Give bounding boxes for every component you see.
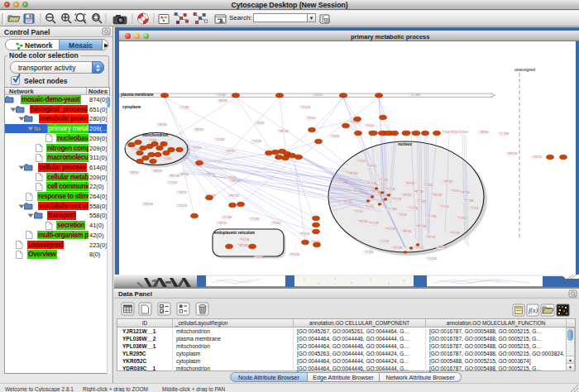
svg-text:YHR174W: YHR174W — [416, 225, 427, 228]
svg-text:YJL052W: YJL052W — [428, 257, 438, 261]
svg-text:YMR303C: YMR303C — [179, 173, 189, 176]
svg-text:YDL168W: YDL168W — [464, 199, 474, 203]
svg-text:YGR192C: YGR192C — [313, 93, 323, 97]
svg-text:YDL168W: YDL168W — [223, 216, 232, 219]
svg-text:YLR044C: YLR044C — [307, 117, 316, 120]
svg-text:YGR192C: YGR192C — [206, 173, 216, 176]
svg-text:YOL086C: YOL086C — [180, 106, 190, 109]
svg-text:mitochondrion: mitochondrion — [142, 133, 169, 137]
svg-text:YMR303C: YMR303C — [402, 194, 412, 197]
svg-text:YMR303C: YMR303C — [480, 131, 490, 134]
svg-text:YKL060C: YKL060C — [470, 207, 479, 210]
svg-text:YMR303C: YMR303C — [153, 170, 163, 173]
svg-text:YPL061W: YPL061W — [385, 227, 395, 231]
svg-text:YLR044C: YLR044C — [227, 176, 237, 179]
svg-text:YGR254W: YGR254W — [460, 191, 471, 194]
svg-text:YPL061W: YPL061W — [392, 198, 402, 201]
svg-text:YMR303C: YMR303C — [130, 171, 140, 174]
svg-text:YLR044C: YLR044C — [331, 135, 340, 138]
svg-text:YGR254W: YGR254W — [371, 190, 381, 194]
svg-text:YPL061W: YPL061W — [240, 238, 250, 241]
svg-text:YHR174W: YHR174W — [414, 190, 424, 194]
svg-text:YDL168W: YDL168W — [410, 93, 420, 97]
svg-text:YHR174W: YHR174W — [507, 152, 518, 155]
svg-text:YKL060C: YKL060C — [440, 205, 449, 208]
svg-text:YOL086C: YOL086C — [417, 200, 427, 203]
svg-text:YPL061W: YPL061W — [369, 222, 379, 225]
svg-text:YGR254W: YGR254W — [392, 246, 403, 250]
svg-text:YDL168W: YDL168W — [256, 256, 266, 259]
svg-text:YMR303C: YMR303C — [402, 230, 412, 233]
svg-text:YLR044C: YLR044C — [357, 160, 366, 163]
svg-text:YMR303C: YMR303C — [218, 99, 228, 103]
svg-text:YKL060C: YKL060C — [457, 217, 467, 220]
svg-text:YKL060C: YKL060C — [272, 222, 281, 225]
svg-text:YMR303C: YMR303C — [443, 180, 453, 184]
svg-text:YPL061W: YPL061W — [300, 232, 310, 236]
svg-text:YLR044C: YLR044C — [398, 213, 407, 217]
svg-text:YMR303C: YMR303C — [348, 172, 358, 175]
svg-text:YGR254W: YGR254W — [143, 203, 154, 206]
svg-text:YKL060C: YKL060C — [193, 146, 202, 150]
svg-text:YMR303C: YMR303C — [405, 182, 415, 185]
svg-text:YOL086C: YOL086C — [423, 184, 433, 187]
svg-text:YGR192C: YGR192C — [178, 191, 188, 194]
svg-text:YJL052W: YJL052W — [178, 204, 188, 208]
svg-text:YMR303C: YMR303C — [342, 200, 352, 203]
svg-text:YGR254W: YGR254W — [237, 244, 248, 247]
svg-text:YKL060C: YKL060C — [163, 157, 172, 160]
svg-text:YMR303C: YMR303C — [158, 123, 168, 127]
svg-text:YLR044C: YLR044C — [256, 122, 265, 125]
svg-text:YOL086C: YOL086C — [379, 179, 389, 182]
svg-text:YGR192C: YGR192C — [226, 150, 236, 153]
svg-text:YLR044C: YLR044C — [352, 189, 361, 193]
svg-text:cytoplasm: cytoplasm — [122, 105, 141, 109]
svg-text:YJL052W: YJL052W — [459, 131, 469, 134]
svg-text:YPL061W: YPL061W — [385, 188, 395, 191]
svg-text:YGR254W: YGR254W — [432, 194, 443, 197]
svg-text:YGR192C: YGR192C — [414, 246, 424, 250]
svg-text:YKL060C: YKL060C — [366, 124, 375, 127]
svg-text:YDL168W: YDL168W — [337, 181, 347, 184]
svg-text:YGR192C: YGR192C — [367, 165, 377, 168]
svg-text:YJL052W: YJL052W — [168, 181, 178, 184]
svg-text:nucleus: nucleus — [398, 142, 413, 146]
svg-text:f(x): f(x) — [529, 307, 538, 314]
svg-text:plasma membrane: plasma membrane — [121, 93, 154, 97]
svg-text:YMR303C: YMR303C — [194, 128, 204, 131]
svg-text:YMR303C: YMR303C — [438, 246, 447, 249]
svg-text:YLR044C: YLR044C — [354, 210, 363, 213]
svg-text:YDL168W: YDL168W — [500, 132, 510, 136]
svg-text:YHR174W: YHR174W — [279, 130, 290, 133]
svg-text:YOL086C: YOL086C — [216, 138, 226, 141]
svg-text:YPL061W: YPL061W — [301, 106, 311, 109]
svg-text:YHR174W: YHR174W — [229, 194, 240, 198]
svg-text:YJL052W: YJL052W — [252, 140, 262, 143]
svg-text:YDL168W: YDL168W — [427, 215, 437, 218]
svg-text:YJL052W: YJL052W — [380, 240, 390, 243]
svg-text:YMR303C: YMR303C — [231, 179, 241, 183]
svg-text:YDL168W: YDL168W — [387, 208, 397, 211]
svg-text:YPL061W: YPL061W — [366, 182, 376, 185]
svg-text:YJL052W: YJL052W — [409, 207, 419, 210]
svg-text:unassigned: unassigned — [514, 68, 535, 72]
svg-text:YPL061W: YPL061W — [290, 253, 300, 256]
svg-text:YGR192C: YGR192C — [218, 222, 227, 225]
svg-text:YGR192C: YGR192C — [426, 236, 436, 239]
svg-text:YHR174W: YHR174W — [170, 174, 180, 178]
svg-text:YOL086C: YOL086C — [365, 251, 375, 254]
svg-text:endoplasmic reticulum: endoplasmic reticulum — [214, 231, 255, 235]
svg-text:YKL060C: YKL060C — [365, 205, 374, 208]
svg-text:YOL086C: YOL086C — [251, 218, 261, 221]
svg-text:YPL061W: YPL061W — [450, 232, 460, 235]
svg-text:YGR192C: YGR192C — [533, 155, 543, 159]
svg-text:YMR303C: YMR303C — [358, 220, 368, 223]
svg-text:YLR044C: YLR044C — [217, 93, 226, 97]
